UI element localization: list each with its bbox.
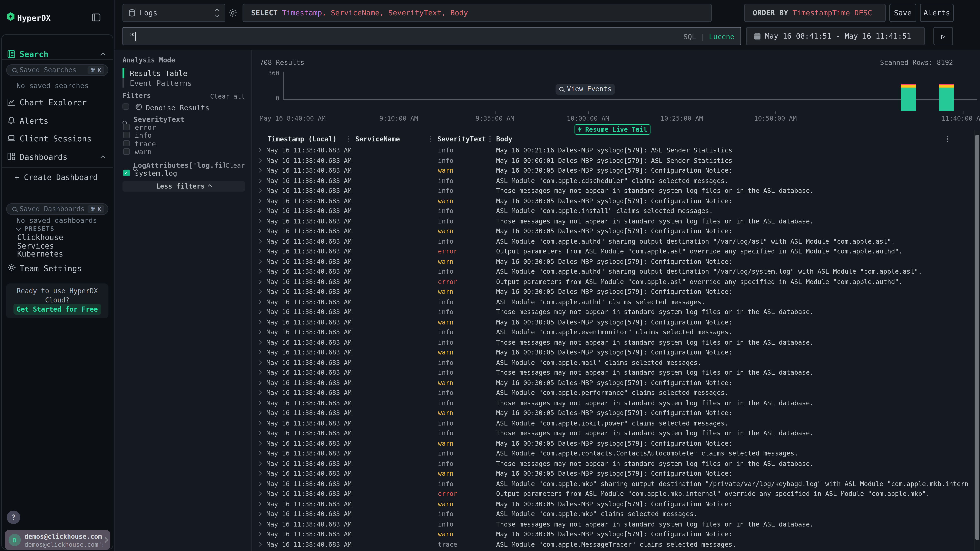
table-row[interactable]: May 16 11:38:40.683 AMinfoASL Module "co… bbox=[251, 387, 974, 398]
table-row[interactable]: May 16 11:38:40.683 AMinfoASL Module "co… bbox=[251, 297, 974, 307]
table-row[interactable]: May 16 11:38:40.683 AMinfoThose messages… bbox=[251, 337, 974, 347]
language-lucene[interactable]: Lucene bbox=[709, 32, 734, 41]
row-expand-chevron-icon[interactable] bbox=[257, 209, 261, 213]
table-row[interactable]: May 16 11:38:40.683 AMinfoASL Module "co… bbox=[251, 478, 974, 489]
row-expand-chevron-icon[interactable] bbox=[257, 431, 261, 435]
row-expand-chevron-icon[interactable] bbox=[257, 290, 261, 294]
save-button[interactable]: Save bbox=[889, 4, 916, 22]
table-row[interactable]: May 16 11:38:40.683 AMinfoASL Module "co… bbox=[251, 448, 974, 458]
less-filters-button[interactable]: Less filters bbox=[123, 181, 245, 191]
row-expand-chevron-icon[interactable] bbox=[257, 441, 261, 445]
table-row[interactable]: May 16 11:38:40.683 AMerrorOutput parame… bbox=[251, 276, 974, 287]
table-row[interactable]: May 16 11:38:40.683 AMwarnMay 16 00:30:0… bbox=[251, 438, 974, 448]
resume-live-tail-button[interactable]: Resume Live Tail bbox=[574, 124, 651, 135]
search-query-input[interactable]: * SQL | Lucene bbox=[123, 27, 741, 45]
language-sql[interactable]: SQL bbox=[684, 32, 696, 41]
table-row[interactable]: May 16 11:38:40.683 AMinfoThose messages… bbox=[251, 216, 974, 226]
row-expand-chevron-icon[interactable] bbox=[257, 300, 261, 304]
column-handle-icon[interactable] bbox=[348, 136, 349, 137]
run-query-button[interactable]: ▷ bbox=[934, 27, 953, 45]
column-handle-icon[interactable] bbox=[430, 136, 431, 137]
chart-bar-warn[interactable] bbox=[901, 85, 916, 87]
scrollbar-thumb[interactable] bbox=[975, 135, 979, 540]
source-select[interactable]: Logs bbox=[123, 4, 225, 22]
denoise-label[interactable]: Denoise Results bbox=[146, 103, 210, 112]
mode-results-table[interactable]: Results Table bbox=[130, 69, 188, 78]
row-expand-chevron-icon[interactable] bbox=[257, 189, 261, 192]
table-options-kebab-icon[interactable] bbox=[947, 136, 948, 137]
preset-item[interactable]: Kubernetes bbox=[17, 250, 63, 258]
checkbox[interactable] bbox=[123, 140, 130, 146]
row-expand-chevron-icon[interactable] bbox=[257, 532, 261, 536]
row-expand-chevron-icon[interactable] bbox=[257, 381, 261, 384]
chart-bar-error[interactable] bbox=[901, 84, 916, 85]
table-row[interactable]: May 16 11:38:40.683 AMwarnMay 16 00:30:0… bbox=[251, 317, 974, 327]
row-expand-chevron-icon[interactable] bbox=[257, 421, 261, 425]
table-row[interactable]: May 16 11:38:40.683 AMwarnMay 16 00:30:0… bbox=[251, 286, 974, 297]
row-expand-chevron-icon[interactable] bbox=[257, 269, 261, 273]
severity-filter-header[interactable]: SeverityText bbox=[134, 115, 185, 124]
table-row[interactable]: May 16 11:38:40.683 AMinfoThose messages… bbox=[251, 519, 974, 529]
row-expand-chevron-icon[interactable] bbox=[257, 229, 261, 233]
row-expand-chevron-icon[interactable] bbox=[257, 279, 261, 283]
sidebar-item-client-sessions[interactable]: Client Sessions bbox=[20, 134, 91, 143]
denoise-checkbox[interactable] bbox=[123, 103, 129, 110]
chart-bar-error[interactable] bbox=[939, 84, 954, 85]
chart-bar-info[interactable] bbox=[939, 87, 954, 110]
row-expand-chevron-icon[interactable] bbox=[257, 320, 261, 324]
get-started-button[interactable]: Get Started for Free bbox=[13, 304, 101, 315]
chart-bar-warn[interactable] bbox=[939, 85, 954, 87]
alerts-button[interactable]: Alerts bbox=[920, 4, 954, 22]
source-settings-gear-icon[interactable] bbox=[229, 9, 237, 17]
create-dashboard-button[interactable]: + Create Dashboard bbox=[15, 172, 98, 182]
column-header-servicename[interactable]: ServiceName bbox=[355, 135, 400, 143]
sidebar-item-chart-explorer[interactable]: Chart Explorer bbox=[20, 98, 87, 107]
row-expand-chevron-icon[interactable] bbox=[257, 239, 261, 243]
row-expand-chevron-icon[interactable] bbox=[257, 340, 261, 344]
table-row[interactable]: May 16 11:38:40.683 AMinfoASL Module "co… bbox=[251, 176, 974, 186]
logattributes-clear-button[interactable]: Clear bbox=[225, 162, 245, 169]
date-range-picker[interactable]: May 16 08:41:51 - May 16 11:41:51 bbox=[746, 27, 925, 45]
filter-option[interactable]: ✓system.log bbox=[123, 169, 245, 177]
order-by-input[interactable]: ORDER BY TimestampTime DESC bbox=[744, 4, 886, 22]
filter-option[interactable]: error bbox=[123, 123, 245, 131]
table-row[interactable]: May 16 11:38:40.683 AMwarnMay 16 00:30:0… bbox=[251, 347, 974, 357]
row-expand-chevron-icon[interactable] bbox=[257, 451, 261, 455]
select-query-input[interactable]: SELECT Timestamp, ServiceName, SeverityT… bbox=[243, 4, 712, 22]
table-row[interactable]: May 16 11:38:40.683 AMwarnMay 16 00:30:0… bbox=[251, 226, 974, 236]
row-expand-chevron-icon[interactable] bbox=[257, 472, 261, 475]
table-row[interactable]: May 16 11:38:40.683 AMinfoASL Module "co… bbox=[251, 357, 974, 368]
row-expand-chevron-icon[interactable] bbox=[257, 350, 261, 354]
saved-dashboards-input[interactable]: Saved Dashboards ⌘ K bbox=[6, 203, 108, 215]
table-row[interactable]: May 16 11:38:40.683 AMinfoASL Module "co… bbox=[251, 327, 974, 337]
row-expand-chevron-icon[interactable] bbox=[257, 411, 261, 415]
filter-option[interactable]: info bbox=[123, 131, 245, 140]
table-row[interactable]: May 16 11:38:40.683 AMwarnMay 16 00:30:0… bbox=[251, 256, 974, 267]
table-row[interactable]: May 16 11:38:40.683 AMinfoThose messages… bbox=[251, 186, 974, 196]
clear-all-button[interactable]: Clear all bbox=[184, 92, 245, 100]
sidebar-collapse-button[interactable] bbox=[92, 13, 100, 21]
row-expand-chevron-icon[interactable] bbox=[257, 179, 261, 183]
row-expand-chevron-icon[interactable] bbox=[257, 330, 261, 334]
row-expand-chevron-icon[interactable] bbox=[257, 158, 261, 162]
row-expand-chevron-icon[interactable] bbox=[257, 391, 261, 394]
checkbox[interactable] bbox=[123, 124, 130, 130]
table-row[interactable]: May 16 11:38:40.683 AMtraceASL Module "c… bbox=[251, 539, 974, 549]
table-row[interactable]: May 16 11:38:40.683 AMinfoASL Module "co… bbox=[251, 206, 974, 216]
saved-searches-input[interactable]: Saved Searches ⌘ K bbox=[6, 64, 108, 76]
table-row[interactable]: May 16 11:38:40.683 AMinfoASL Module "co… bbox=[251, 236, 974, 246]
preset-item[interactable]: Clickhouse bbox=[17, 233, 63, 241]
table-row[interactable]: May 16 11:38:40.683 AMinfoASL Module "co… bbox=[251, 509, 974, 519]
table-row[interactable]: May 16 11:38:40.683 AMerrorOutput parame… bbox=[251, 246, 974, 256]
filter-option[interactable]: trace bbox=[123, 140, 245, 148]
column-header-body[interactable]: Body bbox=[496, 135, 512, 143]
checkbox[interactable] bbox=[123, 148, 130, 155]
sidebar-item-team-settings[interactable]: Team Settings bbox=[20, 264, 82, 273]
user-menu[interactable]: D demos@clickhouse.com demos@clickhouse.… bbox=[5, 530, 110, 550]
table-row[interactable]: May 16 11:38:40.683 AMinfoMay 16 00:21:1… bbox=[251, 145, 974, 155]
row-expand-chevron-icon[interactable] bbox=[257, 168, 261, 172]
table-row[interactable]: May 16 11:38:40.683 AMinfoThose messages… bbox=[251, 428, 974, 438]
table-row[interactable]: May 16 11:38:40.683 AMerrorOutput parame… bbox=[251, 489, 974, 499]
row-expand-chevron-icon[interactable] bbox=[257, 370, 261, 374]
table-row[interactable]: May 16 11:38:40.683 AMinfoASL Module "co… bbox=[251, 418, 974, 428]
